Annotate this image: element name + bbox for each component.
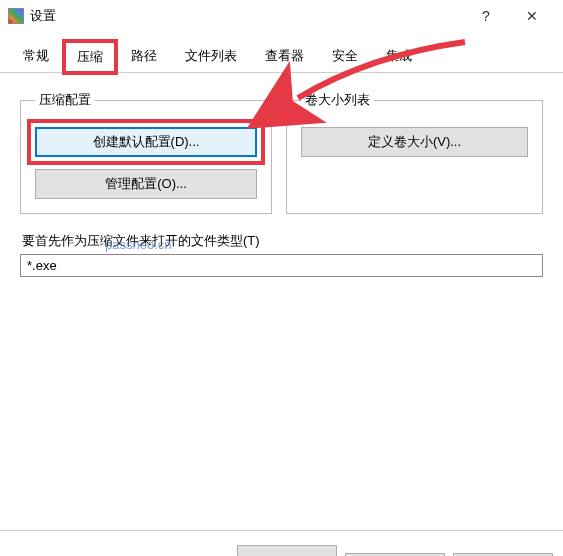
compress-profile-legend: 压缩配置 <box>35 91 95 109</box>
tab-path[interactable]: 路径 <box>118 40 170 72</box>
define-volume-size-button[interactable]: 定义卷大小(V)... <box>301 127 528 157</box>
highlight-create-default: 创建默认配置(D)... <box>31 123 261 161</box>
tab-security[interactable]: 安全 <box>319 40 371 72</box>
tab-general[interactable]: 常规 <box>10 40 62 72</box>
tab-viewer[interactable]: 查看器 <box>252 40 317 72</box>
app-icon <box>8 8 24 24</box>
tab-filelist[interactable]: 文件列表 <box>172 40 250 72</box>
help-button[interactable]: ? <box>463 0 509 32</box>
tab-content: 压缩配置 创建默认配置(D)... 管理配置(O)... 卷大小列表 定义卷大小… <box>0 73 563 531</box>
volume-list-group: 卷大小列表 定义卷大小(V)... <box>286 91 543 214</box>
tab-compress[interactable]: 压缩 <box>64 41 116 73</box>
volume-list-legend: 卷大小列表 <box>301 91 374 109</box>
dialog-footer: 确定 取消 帮助 <box>0 531 563 556</box>
tab-integration[interactable]: 集成 <box>373 40 425 72</box>
window-title: 设置 <box>30 7 463 25</box>
compress-profile-group: 压缩配置 创建默认配置(D)... 管理配置(O)... <box>20 91 272 214</box>
titlebar: 设置 ? ✕ <box>0 0 563 32</box>
tab-strip: 常规 压缩 路径 文件列表 查看器 安全 集成 <box>0 32 563 73</box>
watermark-text: passneo.cn <box>105 237 172 252</box>
close-button[interactable]: ✕ <box>509 0 555 32</box>
ok-button[interactable]: 确定 <box>237 545 337 556</box>
filetype-label: 要首先作为压缩文件来打开的文件类型(T) <box>22 232 543 250</box>
manage-profile-button[interactable]: 管理配置(O)... <box>35 169 257 199</box>
filetype-input[interactable] <box>20 254 543 277</box>
create-default-profile-button[interactable]: 创建默认配置(D)... <box>35 127 257 157</box>
